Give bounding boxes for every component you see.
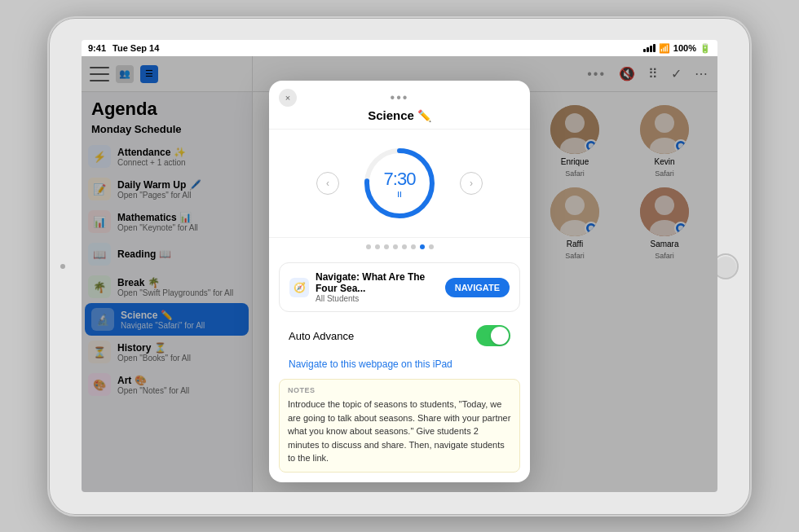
ipad-frame: 9:41 Tue Sep 14 📶 100% 🔋 [49, 18, 750, 515]
wifi-icon: 📶 [659, 43, 670, 54]
side-dot [60, 264, 65, 269]
signal-bars [643, 44, 656, 52]
modal-title: Science ✏️ [368, 108, 431, 122]
timer-section: ‹ 7:30 ⏸ [269, 130, 530, 238]
bar-3 [650, 46, 652, 52]
main-content: 👥 ☰ Agenda Monday Schedule ⚡ Attendance … [82, 56, 717, 492]
page-dot-7[interactable] [420, 244, 425, 249]
auto-advance-toggle[interactable] [476, 325, 510, 346]
timer-prev-button[interactable]: ‹ [316, 172, 339, 195]
timer-display: 7:30 ⏸ [384, 169, 416, 199]
page-dot-3[interactable] [384, 244, 389, 249]
notes-text: Introduce the topic of seasons to studen… [288, 398, 511, 465]
page-dot-4[interactable] [393, 244, 398, 249]
navigate-button[interactable]: NAVIGATE [445, 278, 510, 297]
page-dot-8[interactable] [429, 244, 434, 249]
page-dot-2[interactable] [375, 244, 380, 249]
bar-1 [643, 49, 646, 52]
battery-icon: 🔋 [700, 43, 711, 54]
auto-advance-label: Auto Advance [289, 330, 354, 342]
timer-pause-button[interactable]: ⏸ [395, 190, 404, 199]
edit-icon: ✏️ [417, 109, 431, 122]
notes-label: NOTES [288, 386, 511, 394]
toggle-knob [491, 327, 509, 345]
navigate-card: 🧭 Navigate: What Are The Four Sea... All… [279, 262, 520, 312]
modal-overlay: × ••• Science ✏️ ‹ [82, 56, 717, 492]
notes-section: NOTES Introduce the topic of seasons to … [279, 379, 520, 473]
navigate-compass-icon: 🧭 [289, 278, 309, 297]
page-dot-1[interactable] [366, 244, 371, 249]
modal-close-button[interactable]: × [279, 89, 297, 107]
battery-percent: 100% [673, 43, 696, 53]
time-display: 9:41 [88, 43, 106, 53]
status-left: 9:41 Tue Sep 14 [88, 43, 159, 53]
bar-2 [647, 47, 649, 52]
timer-circle: 7:30 ⏸ [359, 143, 440, 224]
modal-header: × ••• Science ✏️ [269, 81, 530, 130]
auto-advance-row: Auto Advance [279, 319, 520, 353]
timer-next-button[interactable]: › [460, 172, 483, 195]
navigate-title: Navigate: What Are The Four Sea... [316, 271, 439, 294]
page-dot-6[interactable] [411, 244, 416, 249]
page-dot-5[interactable] [402, 244, 407, 249]
modal-dots: ••• [391, 90, 409, 105]
navigate-link-row: Navigate to this webpage on this iPad [279, 353, 520, 379]
page-dots [269, 238, 530, 256]
ipad-screen: 9:41 Tue Sep 14 📶 100% 🔋 [82, 40, 717, 492]
date-display: Tue Sep 14 [113, 43, 159, 53]
status-bar: 9:41 Tue Sep 14 📶 100% 🔋 [82, 40, 717, 56]
bar-4 [653, 44, 656, 52]
timer-time: 7:30 [384, 169, 416, 190]
navigate-link-text[interactable]: Navigate to this webpage on this iPad [289, 358, 452, 370]
navigate-sub: All Students [316, 294, 439, 303]
science-modal: × ••• Science ✏️ ‹ [269, 81, 530, 482]
status-right: 📶 100% 🔋 [643, 43, 711, 54]
